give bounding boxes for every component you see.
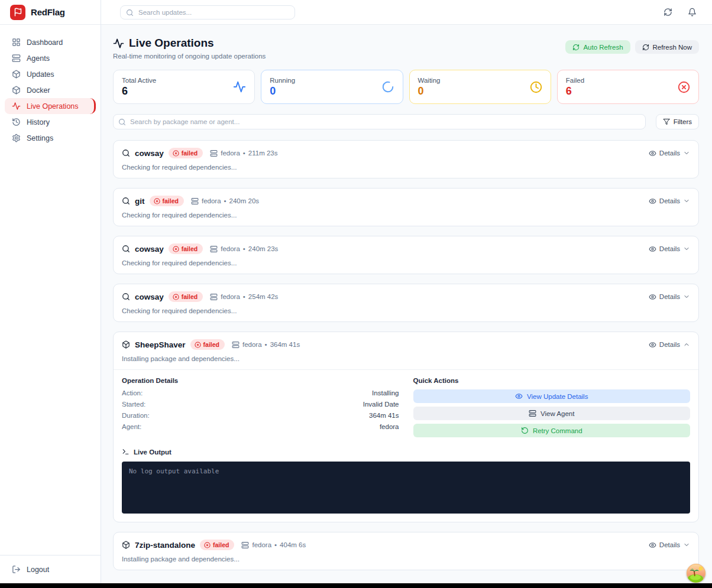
sidebar-item-label: Docker bbox=[27, 86, 50, 95]
operation-card-expanded: SheepShaver failed fedora•364m 41s bbox=[113, 332, 699, 522]
sidebar-item-agents[interactable]: Agents bbox=[5, 50, 96, 66]
status-badge: failed bbox=[200, 540, 234, 550]
sidebar-item-dashboard[interactable]: Dashboard bbox=[5, 34, 96, 50]
chevron-down-icon bbox=[683, 197, 690, 204]
history-icon bbox=[12, 118, 21, 126]
redflag-logo bbox=[10, 5, 25, 20]
details-button[interactable]: Details bbox=[649, 245, 690, 253]
view-agent-button[interactable]: View Agent bbox=[413, 407, 691, 420]
gear-icon bbox=[12, 134, 21, 142]
x-circle-icon bbox=[173, 246, 179, 252]
operation-message: Checking for required dependencies... bbox=[122, 164, 690, 171]
retry-command-button[interactable]: Retry Command bbox=[413, 424, 691, 437]
filters-button[interactable]: Filters bbox=[656, 114, 699, 129]
bottom-strip bbox=[0, 583, 712, 588]
island-extension-icon[interactable] bbox=[687, 564, 705, 583]
details-button[interactable]: Details bbox=[649, 197, 690, 205]
brand-name: RedFlag bbox=[31, 7, 65, 17]
eye-icon bbox=[649, 245, 656, 253]
sidebar-item-history[interactable]: History bbox=[5, 114, 96, 130]
details-button[interactable]: Details bbox=[649, 541, 690, 549]
refresh-icon bbox=[642, 44, 649, 51]
status-badge: failed bbox=[169, 148, 203, 158]
chevron-down-icon bbox=[683, 245, 690, 252]
stat-card-running: Running 0 bbox=[261, 70, 403, 104]
operation-name: cowsay bbox=[135, 149, 164, 158]
refresh-icon[interactable] bbox=[664, 8, 672, 17]
filter-row: Filters bbox=[113, 114, 699, 129]
topbar-icons bbox=[664, 8, 697, 17]
quick-actions-title: Quick Actions bbox=[413, 377, 691, 384]
operation-name: git bbox=[135, 197, 145, 206]
x-circle-icon bbox=[173, 294, 179, 300]
operation-meta: fedora•240m 20s bbox=[191, 197, 259, 205]
sidebar-item-docker[interactable]: Docker bbox=[5, 82, 96, 98]
sidebar-item-live-operations[interactable]: Live Operations bbox=[5, 98, 96, 114]
chevron-up-icon bbox=[683, 341, 690, 348]
view-update-details-button[interactable]: View Update Details bbox=[413, 389, 691, 403]
main-area: Live Operations Real-time monitoring of … bbox=[101, 0, 712, 583]
header-actions: Auto Refresh Refresh Now bbox=[565, 37, 699, 54]
stats-row: Total Active 6 Running 0 Waiting 0 bbox=[113, 70, 699, 104]
status-badge: failed bbox=[150, 196, 184, 206]
logout-label: Logout bbox=[27, 566, 49, 574]
refresh-now-button[interactable]: Refresh Now bbox=[635, 40, 699, 54]
details-button[interactable]: Details bbox=[649, 293, 690, 301]
operation-meta: fedora•240m 23s bbox=[210, 245, 278, 253]
details-button[interactable]: Details bbox=[649, 150, 690, 157]
operation-details-title: Operation Details bbox=[122, 377, 399, 384]
operation-card: cowsay failed fedora•254m 42s bbox=[113, 284, 699, 322]
operation-meta: fedora•364m 41s bbox=[232, 341, 300, 349]
eye-icon bbox=[515, 392, 523, 400]
stat-value: 6 bbox=[566, 85, 584, 98]
operation-name: cowsay bbox=[135, 293, 164, 301]
stat-label: Failed bbox=[566, 77, 584, 84]
bell-icon[interactable] bbox=[688, 8, 697, 17]
terminal-icon bbox=[122, 448, 130, 456]
box-icon bbox=[12, 86, 21, 95]
brand: RedFlag bbox=[0, 0, 101, 25]
global-search-input[interactable] bbox=[120, 5, 295, 20]
operation-expanded-panel: Operation Details Action:Installing Star… bbox=[114, 369, 698, 515]
terminal-empty-text: No log output available bbox=[129, 467, 219, 475]
auto-refresh-button[interactable]: Auto Refresh bbox=[565, 40, 630, 54]
operation-message: Installing package and dependencies... bbox=[122, 555, 690, 563]
eye-icon bbox=[649, 293, 656, 301]
quick-actions-section: Quick Actions View Update Details View A… bbox=[413, 377, 691, 441]
x-circle-icon bbox=[204, 542, 211, 548]
dashboard-icon bbox=[12, 38, 21, 47]
activity-icon bbox=[233, 80, 246, 93]
stat-value: 0 bbox=[270, 85, 295, 98]
chevron-down-icon bbox=[683, 293, 690, 300]
status-badge: failed bbox=[169, 291, 203, 302]
terminal-output: No log output available bbox=[122, 462, 690, 514]
stat-label: Waiting bbox=[418, 77, 441, 84]
activity-icon bbox=[113, 38, 124, 49]
island-art bbox=[687, 564, 705, 583]
search-icon bbox=[126, 9, 134, 17]
eye-icon bbox=[649, 150, 656, 157]
app-shell: RedFlag Dashboard Agents Updates Docker … bbox=[0, 0, 712, 583]
server-icon bbox=[529, 410, 536, 417]
operation-details-section: Operation Details Action:Installing Star… bbox=[122, 377, 399, 441]
package-icon bbox=[122, 340, 130, 349]
operation-message: Checking for required dependencies... bbox=[122, 212, 690, 219]
stat-label: Total Active bbox=[122, 77, 156, 84]
eye-icon bbox=[649, 197, 656, 205]
content: Live Operations Real-time monitoring of … bbox=[101, 25, 712, 583]
package-icon bbox=[122, 541, 130, 549]
x-circle-icon bbox=[154, 198, 160, 204]
sidebar-nav: Dashboard Agents Updates Docker Live Ope… bbox=[0, 25, 101, 146]
sidebar-item-settings[interactable]: Settings bbox=[5, 130, 96, 146]
sidebar-item-updates[interactable]: Updates bbox=[5, 66, 96, 82]
detail-row-agent: Agent:fedora bbox=[122, 423, 399, 434]
sidebar-item-label: History bbox=[27, 118, 50, 126]
operations-search-input[interactable] bbox=[113, 114, 646, 129]
stat-card-total-active: Total Active 6 bbox=[113, 70, 255, 104]
operation-card: cowsay failed fedora•211m 23s bbox=[113, 140, 699, 178]
sidebar-item-label: Updates bbox=[27, 70, 54, 79]
detail-row-action: Action:Installing bbox=[122, 389, 399, 401]
logout-button[interactable]: Logout bbox=[0, 555, 101, 583]
refresh-now-label: Refresh Now bbox=[653, 44, 692, 51]
details-button[interactable]: Details bbox=[649, 341, 690, 349]
